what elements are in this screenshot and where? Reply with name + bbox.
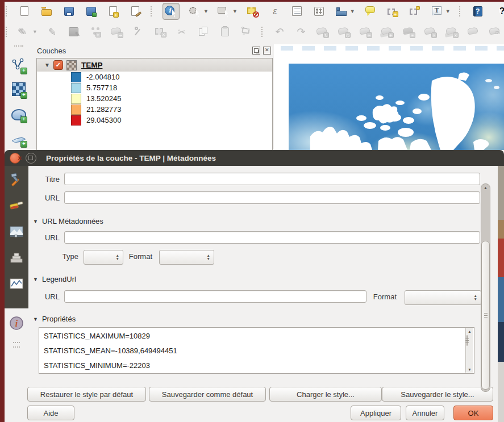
legend-url-section-header[interactable]: ▼ LegendUrl <box>33 275 76 283</box>
open-attribute-table-button[interactable] <box>290 5 304 18</box>
legend-class-row[interactable]: -2.004810 <box>37 72 272 82</box>
legend-class-row[interactable]: 5.757718 <box>37 82 272 93</box>
tab-style[interactable] <box>7 197 26 215</box>
map-tips-button[interactable] <box>364 5 377 18</box>
deselect-features-button[interactable] <box>246 5 260 18</box>
cancel-button[interactable]: Annuler <box>406 406 444 420</box>
whats-this-button[interactable] <box>493 5 504 18</box>
new-annotation-button[interactable] <box>386 5 399 18</box>
scrollbar-thumb[interactable] <box>481 241 490 390</box>
dropdown-arrow-icon[interactable]: ▼ <box>203 9 209 14</box>
scroll-up-icon[interactable]: ▲ <box>481 186 490 190</box>
apply-button[interactable]: Appliquer <box>351 406 401 420</box>
legend-color-swatch <box>71 72 81 82</box>
metadata-url-section-header[interactable]: ▼ URL Métadonnées <box>33 217 103 225</box>
paintbrush-icon <box>9 198 24 213</box>
select-by-expression-button[interactable] <box>268 5 282 18</box>
tab-metadata-selected[interactable]: i <box>5 310 28 337</box>
map-canvas[interactable] <box>274 44 504 150</box>
text-annotation-button[interactable]: ▼ <box>430 5 451 18</box>
paste-features-icon <box>218 25 232 39</box>
dialog-scrollbar[interactable]: ▲ ▼ <box>481 183 490 392</box>
fill-ring-icon <box>402 25 416 39</box>
layer-name[interactable]: TEMP <box>81 61 103 69</box>
legend-url-input[interactable] <box>64 290 366 303</box>
spinner-arrows-icon: ▲▼ <box>474 294 477 301</box>
dropdown-arrow-icon[interactable]: ▼ <box>232 9 238 14</box>
restore-default-style-button[interactable]: Restaurer le style par défaut <box>27 387 146 402</box>
plus-badge-icon: + <box>20 92 27 99</box>
property-list-item[interactable]: STATISTICS_MINIMUM=-22203 <box>39 358 474 373</box>
legend-class-label: 21.282773 <box>86 105 121 114</box>
add-spatialite-layer-button[interactable]: + <box>9 126 29 150</box>
toolbar-separator <box>6 6 9 16</box>
save-as-default-button[interactable]: Sauvegarder comme défaut <box>149 387 266 402</box>
metadata-url-input[interactable] <box>64 231 480 244</box>
legend-format-label: Format <box>363 293 397 301</box>
listbox-scrollbar[interactable]: ▲ ▼ <box>465 328 473 373</box>
dialog-titlebar[interactable]: Propriétés de la couche - TEMP | Métadon… <box>5 150 504 166</box>
annotation-button[interactable] <box>408 5 422 18</box>
panel-float-button[interactable] <box>252 47 260 55</box>
help-button[interactable]: Aide <box>27 406 74 420</box>
property-list-item[interactable]: STATISTICS_MEAN=-10389,649494451 <box>39 344 474 358</box>
save-project-button[interactable] <box>62 5 76 18</box>
add-postgis-layer-button[interactable]: + <box>9 101 29 126</box>
legend-format-combobox[interactable]: ▲▼ <box>405 290 481 305</box>
statistical-summary-icon <box>313 5 326 18</box>
statistical-summary-button[interactable] <box>313 5 326 18</box>
layer-checkbox[interactable]: ✓ <box>53 60 63 70</box>
add-vector-layer-button[interactable]: + <box>9 52 29 77</box>
scrollbar-thumb[interactable] <box>466 335 468 346</box>
toolbar-grip[interactable] <box>14 45 23 49</box>
expand-arrow-icon[interactable]: ▼ <box>44 62 50 68</box>
legend-class-row[interactable]: 29.045300 <box>37 115 272 126</box>
panel-close-button[interactable] <box>263 47 271 55</box>
dropdown-arrow-icon[interactable]: ▼ <box>445 9 451 14</box>
sidebar-grip[interactable] <box>13 342 20 348</box>
property-list-item[interactable]: STATISTICS_MAXIMUM=10829 <box>39 329 474 344</box>
type-combobox[interactable]: ▲▼ <box>84 250 123 265</box>
world-raster-map <box>289 64 504 150</box>
whats-this-icon <box>493 5 504 18</box>
tab-transparency[interactable] <box>7 223 26 241</box>
new-project-button[interactable] <box>18 5 31 18</box>
format-combobox[interactable]: ▲▼ <box>159 250 214 265</box>
dropdown-arrow-icon[interactable]: ▼ <box>350 9 355 14</box>
metadata-url-label: URL <box>27 233 60 242</box>
properties-section-header[interactable]: ▼ Propriétés <box>33 315 76 323</box>
open-project-icon <box>40 5 53 18</box>
new-print-composer-button[interactable] <box>106 5 120 18</box>
properties-listbox[interactable]: STATISTICS_MAXIMUM=10829STATISTICS_MEAN=… <box>39 327 474 374</box>
redo-button <box>294 25 308 39</box>
ok-button[interactable]: OK <box>453 406 493 420</box>
save-project-as-button[interactable] <box>84 5 98 18</box>
add-raster-layer-button[interactable]: + <box>9 77 29 101</box>
scroll-down-icon[interactable]: ▼ <box>466 367 473 371</box>
composer-manager-button[interactable] <box>128 5 142 18</box>
tab-histogram[interactable] <box>7 275 26 293</box>
dialog-close-button[interactable] <box>10 153 20 164</box>
identify-features-button[interactable] <box>163 3 180 20</box>
type-label: Type <box>44 252 78 261</box>
save-style-button[interactable]: Sauvegarder le style... <box>382 387 493 402</box>
legend-class-row[interactable]: 21.282773 <box>37 104 272 115</box>
select-features-button[interactable]: ▼ <box>217 5 238 18</box>
url-input[interactable] <box>64 191 480 204</box>
tab-general[interactable] <box>7 170 26 189</box>
layers-tree[interactable]: ▼ ✓ TEMP -2.0048105.75771813.52024521.28… <box>36 58 273 150</box>
measure-line-button[interactable]: ▼ <box>335 5 355 18</box>
help-contents-button[interactable] <box>471 5 485 18</box>
scroll-up-icon[interactable]: ▲ <box>466 329 473 333</box>
delete-part-icon <box>445 25 459 39</box>
run-feature-action-button[interactable]: ▼ <box>188 5 209 18</box>
desktop-wallpaper-sliver <box>498 166 504 422</box>
titre-input[interactable] <box>64 173 480 185</box>
tab-pyramids[interactable] <box>7 249 26 267</box>
load-style-button[interactable]: Charger le style... <box>269 387 382 402</box>
legend-class-row[interactable]: 13.520245 <box>37 93 272 104</box>
legend-color-swatch <box>71 115 81 126</box>
dialog-restore-button[interactable] <box>26 153 36 164</box>
layer-row-temp[interactable]: ▼ ✓ TEMP <box>37 59 272 72</box>
open-project-button[interactable] <box>40 5 53 18</box>
